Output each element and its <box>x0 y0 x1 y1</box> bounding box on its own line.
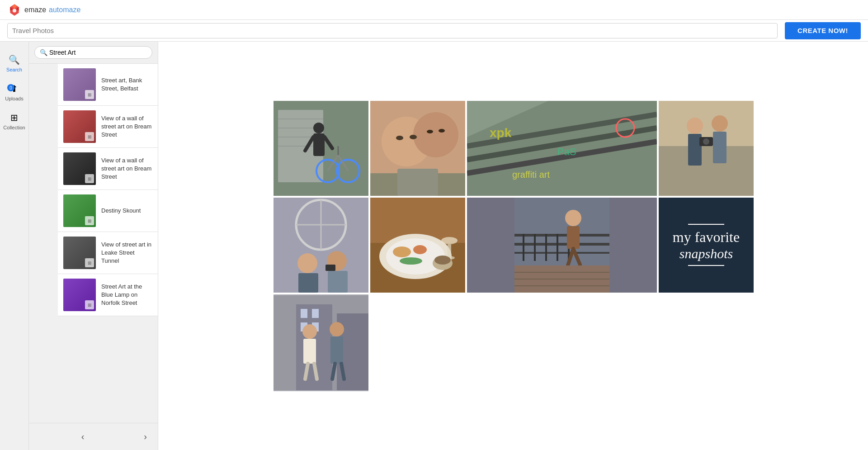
photo-svg-5 <box>274 198 368 293</box>
photo-svg-9 <box>274 294 368 391</box>
svg-rect-28 <box>397 169 438 196</box>
sidebar-item-uploads[interactable]: ⬆ 0 Uploads <box>0 78 28 107</box>
photo-cell-8: my favorite snapshots <box>659 198 754 293</box>
svg-rect-78 <box>567 226 580 249</box>
sidebar-thumb-3: ⊞ <box>63 152 96 185</box>
svg-point-41 <box>687 118 703 134</box>
photo-cell-4 <box>659 101 754 196</box>
sidebar-prev-button[interactable]: ‹ <box>78 428 88 445</box>
sidebar-item-label-2: View of a wall of street art on Bream St… <box>101 114 152 139</box>
svg-rect-44 <box>713 132 726 163</box>
sidebar-search-bar: 🔍 <box>29 42 158 64</box>
photo-svg-7 <box>467 198 657 293</box>
upload-icon: ⬆ 0 <box>10 83 18 94</box>
favorite-script-text: snapshots <box>673 246 740 261</box>
svg-rect-89 <box>301 309 307 318</box>
photo-overlay-text: my favorite snapshots <box>673 220 740 269</box>
svg-point-4 <box>13 9 16 12</box>
sidebar-search-label: Search <box>6 67 22 72</box>
svg-rect-90 <box>312 309 319 318</box>
photo-svg-4 <box>659 101 754 196</box>
sidebar-item-collection[interactable]: ⊞ Collection <box>0 107 28 136</box>
photo-cell-1 <box>274 101 368 196</box>
sidebar-nav: 🔍 Search ⬆ 0 Uploads ⊞ Collection <box>0 42 29 450</box>
svg-text:xpk: xpk <box>490 126 512 140</box>
svg-text:PaS: PaS <box>557 146 576 157</box>
sidebar-search-icon: 🔍 <box>40 49 47 56</box>
main-content: 🔍 Search ⬆ 0 Uploads ⊞ Collection 🔍 <box>0 42 868 450</box>
upload-badge: 0 <box>7 84 14 91</box>
favorite-main-text: my favorite <box>673 228 740 246</box>
svg-point-61 <box>413 245 427 254</box>
thumb-overlay-2: ⊞ <box>85 132 94 141</box>
svg-point-95 <box>330 322 344 336</box>
svg-point-16 <box>313 123 324 133</box>
svg-rect-40 <box>659 146 754 196</box>
svg-rect-71 <box>514 252 609 254</box>
sidebar-thumb-4: ⊞ <box>63 194 96 227</box>
svg-rect-94 <box>303 339 316 364</box>
svg-rect-69 <box>514 234 609 237</box>
svg-rect-70 <box>514 243 609 246</box>
sidebar-collection-label: Collection <box>3 125 25 130</box>
photo-cell-2 <box>370 101 465 196</box>
top-header: emaze automaze <box>0 0 868 20</box>
svg-rect-54 <box>328 271 348 293</box>
svg-point-51 <box>297 253 317 273</box>
photo-cell-7 <box>467 198 657 293</box>
list-item[interactable]: ⊞ View of a wall of street art on Bream … <box>58 148 158 190</box>
create-now-button[interactable]: CREATE NOW! <box>785 22 861 39</box>
photo-cell-9 <box>274 294 368 391</box>
bottom-line-deco <box>688 265 724 266</box>
thumb-overlay-4: ⊞ <box>85 216 94 225</box>
list-item[interactable]: ⊞ View of street art in Leake Street Tun… <box>58 232 158 274</box>
collection-icon: ⊞ <box>10 112 18 123</box>
sidebar-item-label-1: Street art, Bank Street, Belfast <box>101 76 152 93</box>
svg-rect-96 <box>330 336 343 364</box>
logo-icon <box>7 3 22 17</box>
svg-rect-55 <box>326 265 335 271</box>
svg-point-67 <box>434 256 451 265</box>
sidebar-thumb-5: ⊞ <box>63 237 96 269</box>
sidebar-thumb-6: ⊞ <box>63 279 96 311</box>
sidebar: 🔍 Search ⬆ 0 Uploads ⊞ Collection 🔍 <box>0 42 158 450</box>
list-item[interactable]: ⊞ Street art, Bank Street, Belfast <box>58 64 158 106</box>
svg-point-60 <box>393 246 411 257</box>
list-item[interactable]: ⊞ Destiny Skount <box>58 190 158 232</box>
photo-svg-2 <box>370 101 465 196</box>
thumb-overlay-3: ⊞ <box>85 174 94 183</box>
right-content: xpk PaS graffiti art <box>158 42 868 450</box>
svg-point-24 <box>410 135 417 139</box>
list-item[interactable]: ⊞ View of a wall of street art on Bream … <box>58 106 158 148</box>
travel-search-input[interactable] <box>12 27 773 34</box>
sidebar-item-label-4: Destiny Skount <box>101 207 141 215</box>
sidebar-next-button[interactable]: › <box>140 428 151 445</box>
travel-search-wrap <box>7 23 778 38</box>
photo-svg-3: xpk PaS graffiti art <box>467 101 657 196</box>
sidebar-thumb-1: ⊞ <box>63 68 96 101</box>
svg-point-59 <box>386 238 445 275</box>
thumb-overlay-6: ⊞ <box>85 300 94 309</box>
sidebar-item-search[interactable]: 🔍 Search <box>0 49 28 78</box>
sidebar-item-label-5: View of street art in Leake Street Tunne… <box>101 241 152 265</box>
photo-cell-5 <box>274 198 368 293</box>
top-line-deco <box>688 224 724 225</box>
logo-emaze: emaze <box>24 6 46 14</box>
photo-cell-6 <box>370 198 465 293</box>
sidebar-search-input[interactable] <box>34 46 152 59</box>
svg-point-26 <box>439 129 445 133</box>
svg-point-23 <box>396 136 403 140</box>
list-item[interactable]: ⊞ Street Art at the Blue Lamp on Norfolk… <box>58 274 158 316</box>
svg-rect-64 <box>448 244 451 258</box>
svg-point-25 <box>427 130 433 133</box>
photo-svg-6 <box>370 198 465 293</box>
logo-area: emaze automaze <box>7 3 80 17</box>
sidebar-item-label-6: Street Art at the Blue Lamp on Norfolk S… <box>101 283 152 308</box>
svg-point-22 <box>413 112 458 157</box>
svg-point-62 <box>400 257 422 265</box>
svg-point-63 <box>441 237 458 244</box>
search-icon: 🔍 <box>9 54 20 65</box>
svg-point-93 <box>302 324 317 339</box>
photo-grid: xpk PaS graffiti art <box>274 101 753 391</box>
logo-automaze: automaze <box>49 6 80 14</box>
